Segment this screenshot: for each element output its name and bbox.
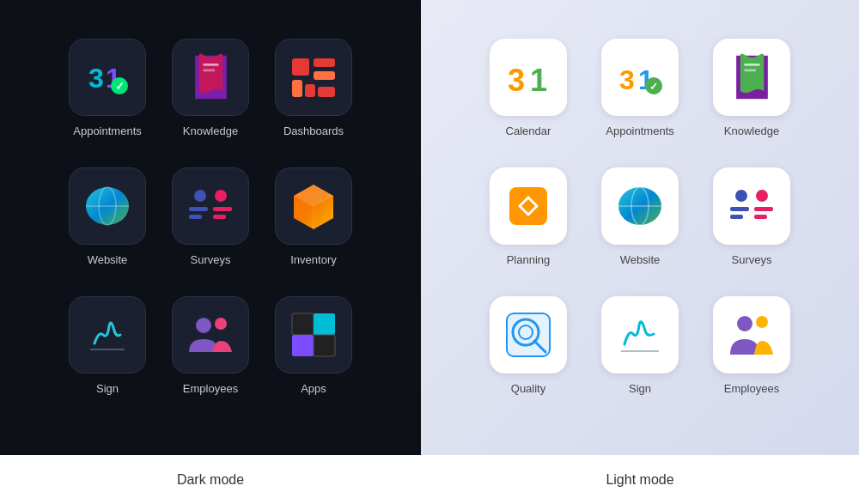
svg-point-27 [215,318,227,330]
footer: Dark mode Light mode [0,455,859,504]
svg-rect-53 [730,215,743,219]
light-app-quality[interactable]: Quality [477,296,580,416]
footer-light: Light mode [421,455,859,504]
svg-text:✓: ✓ [649,81,658,93]
dark-employees-icon [172,296,249,373]
svg-rect-20 [213,207,232,211]
dark-app-inventory[interactable]: Inventory [266,167,361,288]
light-knowledge-icon [713,39,790,116]
svg-point-17 [215,190,227,202]
svg-rect-9 [314,71,335,80]
svg-rect-12 [318,87,335,97]
svg-rect-18 [189,207,208,211]
dark-appointments-label: Appointments [73,124,142,137]
dark-apps-icon [275,296,352,373]
light-surveys-icon [713,167,790,245]
light-app-knowledge[interactable]: Knowledge [700,39,803,159]
light-app-grid: 3 1 Calendar 3 1 ✓ Appointments [477,39,803,416]
dark-app-dashboards[interactable]: Dashboards [266,39,361,159]
light-calendar-label: Calendar [506,124,551,137]
light-mode-panel: 3 1 Calendar 3 1 ✓ Appointments [421,0,859,455]
svg-point-16 [194,190,206,202]
dark-dashboards-icon [275,39,352,116]
dark-knowledge-label: Knowledge [183,124,238,137]
dark-app-grid: 3 1 ✓ Appointments [60,39,361,416]
light-appointments-label: Appointments [606,124,674,137]
svg-text:3: 3 [619,64,635,95]
svg-rect-8 [314,58,335,67]
dark-surveys-icon [172,167,249,245]
dark-apps-label: Apps [301,382,326,395]
svg-rect-7 [292,58,309,76]
light-calendar-icon: 3 1 [490,39,567,116]
svg-rect-30 [314,313,335,335]
svg-rect-21 [213,215,226,219]
light-app-employees[interactable]: Employees [700,296,803,416]
light-appointments-icon: 3 1 ✓ [601,39,679,116]
light-sign-label: Sign [629,382,651,395]
svg-rect-41 [744,64,759,66]
svg-rect-55 [754,215,767,219]
svg-point-62 [737,316,752,331]
light-planning-icon [490,167,567,245]
dark-inventory-icon [275,167,352,245]
light-mode-label: Light mode [606,472,673,488]
dark-app-apps[interactable]: Apps [266,296,361,416]
light-app-planning[interactable]: Planning [477,167,580,288]
dark-app-sign[interactable]: Sign [60,296,155,416]
svg-text:1: 1 [530,63,547,98]
dark-app-appointments[interactable]: 3 1 ✓ Appointments [60,39,155,159]
dark-mode-label: Dark mode [177,472,244,488]
svg-rect-32 [314,335,335,356]
svg-text:3: 3 [508,63,525,98]
light-website-icon [601,167,679,245]
dark-app-knowledge[interactable]: Knowledge [163,39,258,159]
light-employees-icon [713,296,790,373]
svg-rect-5 [203,64,218,66]
light-surveys-label: Surveys [732,253,772,266]
svg-text:✓: ✓ [115,80,125,93]
svg-rect-19 [189,215,202,219]
svg-rect-11 [305,84,315,97]
svg-rect-54 [754,207,773,211]
dark-sign-icon [69,296,146,373]
dark-mode-panel: 3 1 ✓ Appointments [0,0,421,455]
svg-point-50 [735,190,747,202]
light-planning-label: Planning [507,253,551,266]
dark-website-icon [69,167,146,245]
light-quality-label: Quality [511,382,545,395]
dark-app-surveys[interactable]: Surveys [163,167,258,288]
light-employees-label: Employees [724,382,779,395]
dark-inventory-label: Inventory [290,253,336,266]
light-app-surveys[interactable]: Surveys [700,167,803,288]
svg-rect-31 [292,335,314,356]
svg-rect-52 [730,207,749,211]
light-sign-icon [601,296,679,373]
light-app-appointments[interactable]: 3 1 ✓ Appointments [588,39,691,159]
light-app-sign[interactable]: Sign [588,296,691,416]
footer-dark: Dark mode [0,455,421,504]
svg-rect-6 [203,69,215,71]
svg-point-26 [196,318,211,333]
dark-sign-label: Sign [96,382,119,395]
light-knowledge-label: Knowledge [724,124,779,137]
light-app-calendar[interactable]: 3 1 Calendar [477,39,580,159]
dark-app-website[interactable]: Website [60,167,155,288]
light-app-website[interactable]: Website [588,167,691,288]
light-website-label: Website [620,253,661,266]
svg-rect-42 [744,69,756,71]
svg-point-51 [756,190,768,202]
dark-employees-label: Employees [183,382,238,395]
dark-surveys-label: Surveys [191,253,231,266]
dark-knowledge-icon [172,39,249,116]
dark-dashboards-label: Dashboards [283,124,344,137]
dark-website-label: Website [88,253,128,266]
svg-rect-28 [292,313,314,335]
svg-rect-10 [292,80,302,97]
dark-app-employees[interactable]: Employees [163,296,258,416]
svg-text:3: 3 [88,63,104,94]
light-quality-icon [490,296,567,373]
svg-point-63 [756,316,768,328]
dark-appointments-icon: 3 1 ✓ [69,39,146,116]
